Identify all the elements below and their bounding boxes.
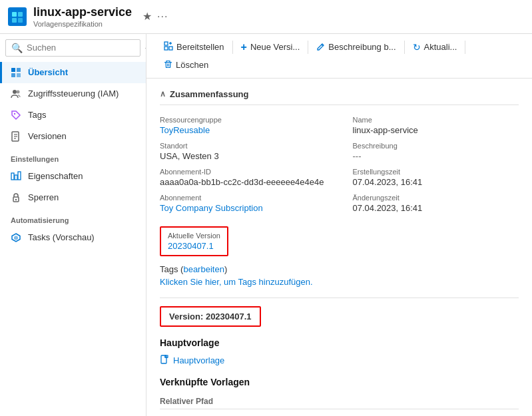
toolbar-divider-3 — [404, 41, 405, 54]
relativer-pfad-header: Relativer Pfad — [160, 397, 519, 406]
sidebar-item-uebersicht-label: Übersicht — [28, 67, 68, 77]
template-file-icon — [160, 355, 169, 366]
aktuelle-version-label: Aktuelle Version — [168, 232, 220, 240]
content-area: Bereitstellen + Neue Versi... Beschreibu… — [146, 34, 532, 416]
name-field: Name linux-app-service — [353, 116, 519, 135]
tags-add-link[interactable]: Klicken Sie hier, um Tags hinzuzufügen. — [160, 277, 519, 287]
aktualisieren-label: Aktuali... — [424, 42, 457, 52]
svg-rect-2 — [12, 18, 17, 23]
toolbar-divider-2 — [308, 41, 308, 54]
versionen-icon — [11, 131, 21, 142]
version-banner: Version: 20230407.1 — [160, 306, 261, 327]
loeschen-label: Löschen — [176, 60, 208, 70]
sperren-icon — [11, 192, 21, 203]
standort-field: Standort USA, Westen 3 — [160, 142, 326, 161]
beschreibung-label: Beschreibung — [353, 142, 519, 150]
sidebar-item-zugriffssteuerung[interactable]: Zugriffssteuerung (IAM) — [0, 83, 146, 104]
app-title: linux-app-service — [33, 5, 132, 20]
search-box: 🔍 « — [5, 39, 140, 57]
tags-icon — [11, 110, 21, 120]
favorite-icon[interactable]: ★ — [142, 10, 152, 23]
svg-rect-4 — [11, 68, 15, 72]
summary-title: Zusammenfassung — [170, 89, 248, 99]
verknuepfte-vorlagen-title: Verknüpfte Vorlagen — [160, 377, 519, 387]
tags-row: Tags (bearbeiten) — [160, 264, 519, 274]
search-input[interactable] — [27, 43, 138, 53]
search-icon: 🔍 — [11, 43, 23, 53]
sidebar: 🔍 « Übersicht — [0, 34, 146, 416]
sidebar-item-tags[interactable]: Tags — [0, 104, 146, 126]
sidebar-item-eigenschaften-label: Eigenschaften — [28, 171, 83, 181]
svg-rect-23 — [164, 47, 168, 50]
beschreibung-value: --- — [353, 151, 519, 161]
erstellungszeit-value: 07.04.2023, 16:41 — [353, 177, 519, 187]
zugriffssteuerung-icon — [11, 89, 21, 99]
standort-label: Standort — [160, 142, 326, 150]
aenderungszeit-field: Änderungszeit 07.04.2023, 16:41 — [353, 194, 519, 213]
svg-rect-1 — [18, 12, 23, 17]
header-actions: ★ ··· — [142, 10, 168, 23]
neue-version-button[interactable]: + Neue Versi... — [234, 38, 307, 57]
automatisierung-section-label: Automatisierung — [0, 208, 146, 227]
table-header-row: Relativer Pfad — [160, 394, 519, 409]
aktualisieren-button[interactable]: ↻ Aktuali... — [406, 39, 464, 56]
beschreibung-label: Beschreibung b... — [328, 42, 396, 52]
abonnement-id-field: Abonnement-ID aaaa0a0a-bb1b-cc2c-dd3d-ee… — [160, 168, 326, 187]
app-icon — [8, 7, 27, 26]
svg-point-9 — [17, 90, 20, 93]
aenderungszeit-label: Änderungszeit — [353, 194, 519, 202]
bereitstellen-label: Bereitstellen — [176, 42, 224, 52]
sidebar-item-versionen-label: Versionen — [28, 131, 67, 141]
summary-section: ∧ Zusammenfassung Ressourcengruppe ToyRe… — [146, 79, 532, 416]
toolbar-divider-1 — [232, 41, 233, 54]
chevron-icon[interactable]: ∧ — [160, 89, 166, 99]
standort-value: USA, Westen 3 — [160, 151, 326, 161]
toolbar: Bereitstellen + Neue Versi... Beschreibu… — [146, 34, 532, 79]
tasks-icon — [11, 232, 21, 243]
svg-rect-15 — [11, 173, 14, 180]
sidebar-item-zugriffssteuerung-label: Zugriffssteuerung (IAM) — [28, 89, 119, 99]
tags-label: Tags — [160, 264, 178, 274]
sidebar-item-tags-label: Tags — [28, 110, 46, 120]
bereitstellen-button[interactable]: Bereitstellen — [157, 38, 231, 56]
sidebar-item-sperren[interactable]: Sperren — [0, 187, 146, 208]
abonnement-field: Abonnement Toy Company Subscription — [160, 194, 326, 213]
beschreibung-button[interactable]: Beschreibung b... — [310, 39, 402, 56]
beschreibung-field: Beschreibung --- — [353, 142, 519, 161]
hauptvorlage-title: Hauptvorlage — [160, 337, 519, 348]
neue-version-label: Neue Versi... — [250, 42, 300, 52]
sidebar-item-sperren-label: Sperren — [28, 192, 59, 202]
svg-rect-0 — [12, 12, 17, 17]
sidebar-item-eigenschaften[interactable]: Eigenschaften — [0, 166, 146, 187]
hauptvorlage-link[interactable]: Hauptvorlage — [160, 355, 519, 366]
svg-rect-25 — [164, 62, 172, 63]
neue-version-icon: + — [241, 41, 247, 53]
loeschen-button[interactable]: Löschen — [157, 57, 215, 74]
tags-bearbeiten-link[interactable]: bearbeiten — [183, 264, 224, 274]
app-header: linux-app-service Vorlagenspezifikation … — [0, 0, 532, 34]
more-options-icon[interactable]: ··· — [157, 11, 168, 23]
table-empty-message: Keine verknüpften Vorlagen — [160, 412, 519, 416]
svg-rect-16 — [15, 175, 17, 180]
summary-fields-right: Name linux-app-service Beschreibung --- … — [353, 116, 519, 213]
abonnement-value[interactable]: Toy Company Subscription — [160, 203, 326, 213]
hauptvorlage-link-label: Hauptvorlage — [173, 355, 224, 365]
main-layout: 🔍 « Übersicht — [0, 34, 532, 416]
sidebar-item-versionen[interactable]: Versionen — [0, 126, 146, 147]
svg-rect-3 — [18, 18, 23, 23]
ressourcengruppe-label: Ressourcengruppe — [160, 116, 326, 124]
header-title-group: linux-app-service Vorlagenspezifikation — [33, 5, 132, 28]
sidebar-item-tasks[interactable]: Tasks (Vorschau) — [0, 227, 146, 248]
toolbar-divider-4 — [465, 41, 465, 54]
name-value: linux-app-service — [353, 125, 519, 135]
sidebar-item-uebersicht[interactable]: Übersicht — [0, 62, 146, 83]
linked-templates-table: Relativer Pfad Keine verknüpften Vorlage… — [160, 394, 519, 416]
aktuelle-version-value[interactable]: 20230407.1 — [168, 241, 214, 251]
svg-rect-24 — [169, 47, 172, 50]
abonnement-label: Abonnement — [160, 194, 326, 202]
aktualisieren-icon: ↻ — [413, 42, 421, 53]
aenderungszeit-value: 07.04.2023, 16:41 — [353, 203, 519, 213]
app-subtitle: Vorlagenspezifikation — [33, 20, 132, 28]
ressourcengruppe-value[interactable]: ToyReusable — [160, 125, 326, 135]
svg-rect-7 — [17, 73, 21, 77]
